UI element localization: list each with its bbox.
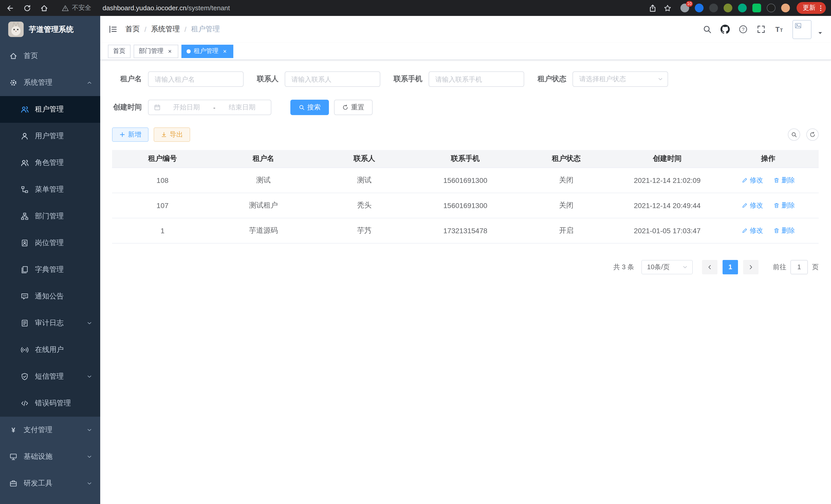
add-button-label: 新增 (128, 130, 141, 139)
sidebar-item-label: 菜单管理 (35, 185, 64, 194)
trash-icon (773, 177, 779, 183)
sidebar-item-system-management[interactable]: 系统管理 (0, 69, 100, 96)
edit-icon (742, 202, 748, 208)
cell-created: 2021-01-05 17:03:47 (617, 218, 718, 243)
export-button[interactable]: 导出 (154, 127, 190, 142)
extension-icon-4[interactable] (724, 4, 732, 12)
browser-profile-avatar[interactable] (781, 4, 790, 12)
app-logo[interactable]: 芋道管理系统 (0, 16, 100, 42)
extensions-puzzle-icon[interactable] (767, 4, 775, 12)
search-button[interactable]: 搜索 (290, 100, 329, 115)
reset-button[interactable]: 重置 (334, 100, 373, 115)
sidebar-item-infrastructure[interactable]: 基础设施 (0, 443, 100, 470)
cell-status: 开启 (516, 218, 617, 243)
sidebar-item-label: 字典管理 (35, 265, 64, 274)
calendar-icon (154, 104, 161, 111)
delete-link[interactable]: 删除 (773, 226, 795, 235)
extension-icon-1[interactable]: 10 (681, 4, 689, 12)
sidebar-collapse-icon[interactable] (109, 25, 118, 34)
cell-actions: 修改 删除 (718, 218, 819, 243)
trash-icon (773, 202, 779, 208)
font-size-icon[interactable]: TT (774, 25, 784, 34)
kebab-menu-icon[interactable] (817, 4, 824, 11)
sidebar-item-online-users[interactable]: 在线用户 (0, 336, 100, 363)
bookmark-star-icon[interactable] (663, 4, 672, 12)
sidebar-item-menu-management[interactable]: 菜单管理 (0, 176, 100, 203)
close-icon[interactable]: × (222, 48, 228, 55)
user-avatar[interactable] (793, 20, 811, 39)
col-tenant-name: 租户名 (213, 150, 314, 168)
sidebar-item-home[interactable]: 首页 (0, 42, 100, 69)
pagination: 共 3 条 10条/页 1 前往 页 (112, 260, 819, 274)
edit-link[interactable]: 修改 (742, 175, 763, 185)
status-select[interactable]: 请选择租户状态 (573, 71, 668, 87)
avatar-caret-icon[interactable] (817, 30, 823, 36)
add-button[interactable]: 新增 (112, 127, 148, 142)
edit-link[interactable]: 修改 (742, 226, 763, 235)
search-icon (298, 104, 305, 111)
browser-update-button[interactable]: 更新 (797, 2, 826, 14)
tab-dept-management[interactable]: 部门管理 × (134, 45, 178, 58)
github-icon[interactable] (720, 25, 730, 34)
next-page-button[interactable] (743, 260, 758, 274)
toggle-search-button[interactable] (788, 128, 800, 141)
sidebar-item-dict-management[interactable]: 字典管理 (0, 256, 100, 283)
delete-link[interactable]: 删除 (773, 201, 795, 210)
help-icon[interactable]: ? (739, 25, 748, 34)
date-range-picker[interactable]: 开始日期 - 结束日期 (148, 100, 271, 115)
sidebar-item-label: 支付管理 (24, 425, 52, 435)
tab-label: 租户管理 (194, 47, 219, 56)
cell-phone: 17321315478 (415, 218, 516, 243)
delete-link[interactable]: 删除 (773, 175, 795, 185)
breadcrumb-system[interactable]: 系统管理 (151, 25, 180, 34)
extension-icon-3[interactable] (709, 4, 718, 12)
edit-link[interactable]: 修改 (742, 201, 763, 210)
sidebar-item-notice[interactable]: 通知公告 (0, 283, 100, 310)
cell-tenant-id: 108 (112, 168, 213, 192)
update-label: 更新 (803, 4, 815, 12)
close-icon[interactable]: × (167, 48, 173, 55)
cell-contact: 芋艿 (314, 218, 415, 243)
sidebar-item-error-code-management[interactable]: 错误码管理 (0, 390, 100, 417)
prev-page-button[interactable] (702, 260, 717, 274)
page-size-select[interactable]: 10条/页 (641, 260, 693, 274)
tab-tenant-management[interactable]: 租户管理 × (181, 45, 233, 58)
sidebar-item-payment-management[interactable]: ¥ 支付管理 (0, 417, 100, 443)
goto-page-input[interactable] (791, 260, 808, 274)
chevron-down-icon (682, 264, 688, 270)
contact-input[interactable] (285, 71, 380, 87)
share-icon[interactable] (649, 4, 657, 12)
extension-icon-6[interactable] (752, 4, 761, 12)
back-icon[interactable] (6, 4, 15, 12)
tenant-name-input[interactable] (148, 71, 243, 87)
reload-icon[interactable] (23, 4, 31, 12)
fullscreen-icon[interactable] (756, 25, 766, 34)
tree-icon (21, 185, 29, 194)
page-1-button[interactable]: 1 (722, 260, 738, 274)
extension-icon-2[interactable] (695, 4, 704, 12)
header-search-icon[interactable] (703, 25, 712, 34)
sidebar-item-audit-log[interactable]: 审计日志 (0, 310, 100, 336)
sidebar-item-dev-tools[interactable]: 研发工具 (0, 470, 100, 497)
download-icon (161, 131, 167, 138)
message-icon (21, 292, 29, 301)
browser-home-icon[interactable] (40, 4, 48, 12)
tab-home[interactable]: 首页 (108, 45, 131, 58)
refresh-table-button[interactable] (806, 128, 819, 141)
address-bar[interactable]: dashboard.yudao.iocoder.cn/system/tenant (103, 4, 643, 12)
sidebar-item-user-management[interactable]: 用户管理 (0, 123, 100, 149)
status-label: 租户状态 (538, 75, 566, 84)
page-size-value: 10条/页 (647, 262, 670, 271)
phone-input[interactable] (429, 71, 524, 87)
sidebar-item-tenant-management[interactable]: 租户管理 (0, 96, 100, 123)
security-chip[interactable]: 不安全 (62, 4, 91, 12)
sidebar-item-role-management[interactable]: 角色管理 (0, 149, 100, 176)
tag-tabs-bar: 首页 部门管理 × 租户管理 × (100, 42, 831, 60)
table-header-row: 租户编号 租户名 联系人 联系手机 租户状态 创建时间 操作 (112, 150, 819, 168)
sidebar-item-dept-management[interactable]: 部门管理 (0, 203, 100, 230)
extension-icon-5[interactable] (738, 4, 747, 12)
url-path: /system/tenant (187, 4, 230, 12)
sidebar-item-sms-management[interactable]: 短信管理 (0, 363, 100, 390)
sidebar-item-post-management[interactable]: 岗位管理 (0, 230, 100, 256)
breadcrumb-home[interactable]: 首页 (125, 25, 140, 34)
